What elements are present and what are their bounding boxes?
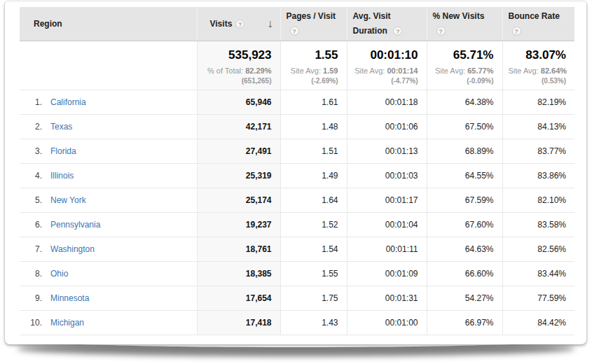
pages-per-visit-cell: 1.52 (280, 212, 347, 237)
avg-visit-duration-cell: 00:01:09 (347, 261, 427, 286)
region-link[interactable]: Florida (50, 146, 76, 156)
summary-pct-new-visits-cell: 65.71% Site Avg: 65.77% (-0.09%) (427, 41, 502, 90)
pct-new-visits-cell: 54.27% (427, 286, 502, 310)
region-link[interactable]: Texas (50, 122, 72, 132)
summary-value: 65.71% (433, 48, 494, 63)
table-row: 1.California 65,946 1.61 00:01:18 64.38%… (20, 90, 574, 114)
bounce-rate-cell: 84.13% (502, 114, 574, 139)
region-cell: 2.Texas (20, 114, 197, 139)
bounce-rate-cell: 77.59% (502, 286, 574, 310)
avg-visit-duration-cell: 00:01:03 (347, 163, 427, 188)
column-label: Region (34, 19, 62, 29)
region-link[interactable]: Michigan (50, 318, 84, 328)
column-header-pages-per-visit[interactable]: Pages / Visit ? (280, 7, 347, 41)
visits-cell: 25,319 (197, 163, 280, 188)
pages-per-visit-cell: 1.64 (280, 188, 347, 212)
row-rank: 1. (27, 97, 42, 107)
summary-sub-detail: (-4.77%) (353, 76, 418, 85)
pages-per-visit-cell: 1.51 (280, 139, 347, 163)
column-header-visits[interactable]: Visits? ↓ (197, 7, 280, 41)
visits-cell: 65,946 (197, 90, 280, 114)
column-label: Avg. Visit Duration (353, 11, 391, 35)
bounce-rate-cell: 83.86% (502, 163, 574, 188)
summary-sub-detail: (651,265) (203, 76, 272, 85)
summary-value: 00:01:10 (353, 48, 418, 63)
region-cell: 8.Ohio (20, 261, 197, 286)
avg-visit-duration-cell: 00:01:04 (347, 212, 427, 237)
pct-new-visits-cell: 68.89% (427, 139, 502, 163)
visits-cell: 19,237 (197, 212, 280, 237)
visits-cell: 18,385 (197, 261, 280, 286)
row-rank: 3. (27, 146, 42, 156)
summary-region-cell (20, 41, 197, 90)
avg-visit-duration-cell: 00:01:06 (347, 114, 427, 139)
summary-sub-value: 82.29% (245, 66, 271, 75)
table-row: 6.Pennsylvania 19,237 1.52 00:01:04 67.6… (20, 212, 574, 237)
region-cell: 9.Minnesota (20, 286, 197, 310)
summary-sub-detail: (-0.09%) (433, 76, 494, 85)
pages-per-visit-cell: 1.49 (280, 163, 347, 188)
help-icon[interactable]: ? (436, 27, 446, 36)
table-row: 2.Texas 42,171 1.48 00:01:06 67.50% 84.1… (20, 114, 574, 139)
table-row: 5.New York 25,174 1.64 00:01:17 67.59% 8… (20, 188, 574, 212)
summary-sub-label: Site Avg: (509, 66, 539, 75)
sort-descending-icon[interactable]: ↓ (268, 18, 273, 30)
pct-new-visits-cell: 64.38% (427, 90, 502, 114)
avg-visit-duration-cell: 00:01:17 (347, 188, 427, 212)
bounce-rate-cell: 83.58% (502, 212, 574, 237)
table-row: 3.Florida 27,491 1.51 00:01:13 68.89% 83… (20, 139, 574, 163)
region-cell: 4.Illinois (20, 163, 197, 188)
column-header-avg-visit-duration[interactable]: Avg. Visit Duration ? (347, 7, 427, 41)
summary-bounce-rate-cell: 83.07% Site Avg: 82.64% (0.53%) (502, 41, 574, 90)
bounce-rate-cell: 82.56% (502, 237, 574, 261)
avg-visit-duration-cell: 00:01:11 (347, 237, 427, 261)
pct-new-visits-cell: 67.59% (427, 188, 502, 212)
summary-sub-label: % of Total: (207, 66, 243, 75)
pages-per-visit-cell: 1.61 (280, 90, 347, 114)
summary-sub-label: Site Avg: (291, 66, 321, 75)
table-header-row: Region Visits? ↓ Pages / Visit ? Avg. Vi… (20, 7, 574, 41)
summary-sub-value: 65.77% (467, 66, 493, 75)
pct-new-visits-cell: 66.60% (427, 261, 502, 286)
region-cell: 3.Florida (20, 139, 197, 163)
region-link[interactable]: Illinois (50, 171, 74, 181)
region-link[interactable]: Pennsylvania (50, 220, 100, 230)
column-header-region[interactable]: Region (20, 7, 197, 41)
summary-sub-value: 00:01:14 (387, 66, 418, 75)
pages-per-visit-cell: 1.43 (280, 310, 347, 335)
help-icon[interactable]: ? (512, 27, 521, 36)
region-cell: 6.Pennsylvania (20, 212, 197, 237)
visits-cell: 25,174 (197, 188, 280, 212)
summary-value: 1.55 (287, 48, 338, 63)
help-icon[interactable]: ? (393, 27, 402, 36)
help-icon[interactable]: ? (290, 27, 299, 36)
bounce-rate-cell: 82.10% (502, 188, 574, 212)
visits-cell: 27,491 (197, 139, 280, 163)
summary-value: 83.07% (509, 48, 567, 63)
region-link[interactable]: Washington (50, 244, 95, 254)
row-rank: 10. (27, 318, 42, 328)
summary-sub-label: Site Avg: (354, 66, 385, 75)
visits-cell: 18,761 (197, 237, 280, 261)
avg-visit-duration-cell: 00:01:31 (347, 286, 427, 310)
visits-cell: 17,418 (197, 310, 280, 335)
region-link[interactable]: Ohio (50, 269, 68, 279)
column-label: Visits (210, 19, 233, 29)
visits-cell: 17,654 (197, 286, 280, 310)
table-row: 8.Ohio 18,385 1.55 00:01:09 66.60% 83.44… (20, 261, 574, 286)
table-body: 1.California 65,946 1.61 00:01:18 64.38%… (20, 90, 574, 335)
row-rank: 5. (27, 195, 42, 205)
pct-new-visits-cell: 66.97% (427, 310, 502, 335)
region-cell: 1.California (20, 90, 197, 114)
summary-pages-per-visit-cell: 1.55 Site Avg: 1.59 (-2.69%) (280, 41, 347, 90)
region-link[interactable]: New York (50, 195, 86, 205)
help-icon[interactable]: ? (235, 20, 245, 29)
column-header-bounce-rate[interactable]: Bounce Rate ? (502, 7, 574, 41)
column-header-pct-new-visits[interactable]: % New Visits ? (427, 7, 502, 41)
column-label: Pages / Visit (287, 11, 336, 21)
summary-sub-label: Site Avg: (435, 66, 465, 75)
table-row: 10.Michigan 17,418 1.43 00:01:00 66.97% … (20, 310, 574, 335)
region-link[interactable]: Minnesota (50, 293, 89, 303)
summary-sub-detail: (0.53%) (509, 76, 567, 85)
region-link[interactable]: California (50, 97, 86, 107)
